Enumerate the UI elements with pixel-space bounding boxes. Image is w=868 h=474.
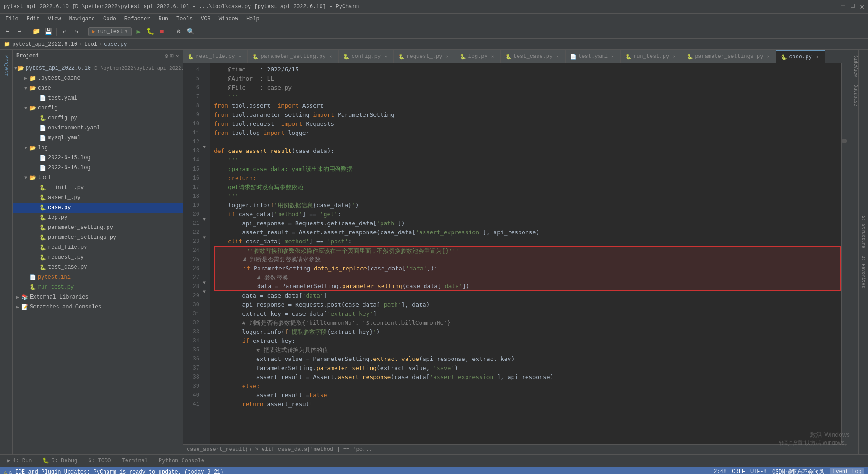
encoding[interactable]: UTF-8 <box>750 469 767 474</box>
structure-label[interactable]: 2: Structure <box>861 212 866 252</box>
code-editor[interactable]: @time : 2022/6/15 @Author : LL @File : c… <box>210 63 841 444</box>
tab-test-case[interactable]: 🐍 test_case.py ✕ <box>501 50 566 63</box>
tab-case-py[interactable]: 🐍 case.py ✕ <box>776 50 825 63</box>
tab-close-settings[interactable]: ✕ <box>765 53 771 60</box>
tree-item-param-settings[interactable]: ▶ 🐍 parameter_settings.py <box>13 232 183 242</box>
run-button[interactable]: ▶ <box>133 27 143 37</box>
tree-item-read-file[interactable]: ▶ 🐍 read_file.py <box>13 242 183 252</box>
tab-close-yaml[interactable]: ✕ <box>609 53 616 60</box>
menu-vcs[interactable]: VCS <box>197 15 214 23</box>
breadcrumb-folder[interactable]: tool <box>84 41 97 47</box>
tab-close-config[interactable]: ✕ <box>382 53 389 60</box>
tree-item-case-py[interactable]: ▶ 🐍 case.py <box>13 203 183 213</box>
code-line-10: from tool.request_ import Requests <box>214 119 841 128</box>
tree-item-ext-libs[interactable]: ▶ 📚 External Libraries <box>13 292 183 302</box>
tree-item-request[interactable]: ▶ 🐍 request_.py <box>13 252 183 262</box>
redo-button[interactable]: ↪ <box>71 27 81 37</box>
search-button[interactable]: 🔍 <box>185 27 195 37</box>
tree-item-assert[interactable]: ▶ 🐍 assert_.py <box>13 193 183 203</box>
tab-close-case[interactable]: ✕ <box>814 54 820 60</box>
tab-test-yaml[interactable]: 📄 test.yaml ✕ <box>566 50 621 63</box>
close-button[interactable]: ✕ <box>860 2 864 11</box>
run-tab[interactable]: ▶ 4: Run <box>2 455 37 466</box>
minimap-scrollbar[interactable] <box>841 63 847 444</box>
gear-icon[interactable]: ⚙ <box>165 52 169 60</box>
ini-icon: 📄 <box>29 274 36 281</box>
tree-item-log-folder[interactable]: ▼ 📂 log <box>13 143 183 153</box>
forward-button[interactable]: ➡ <box>14 27 24 37</box>
run-config-selector[interactable]: ▶ run_test ▼ <box>88 27 132 36</box>
breadcrumb-project[interactable]: pytest_api_2022.6.10 <box>12 41 77 47</box>
title-text: pytest_api_2022.6.10 [D:\python2022\pyte… <box>4 4 359 10</box>
title-bar: pytest_api_2022.6.10 [D:\python2022\pyte… <box>0 0 868 14</box>
todo-tab[interactable]: 6: TODO <box>83 456 116 466</box>
database-panel[interactable]: Database <box>847 81 858 110</box>
stop-button[interactable]: ■ <box>157 27 167 37</box>
undo-button[interactable]: ↩ <box>60 27 70 37</box>
line-separator[interactable]: CRLF <box>732 469 745 474</box>
breadcrumb-file[interactable]: case.py <box>104 41 127 47</box>
tab-config[interactable]: 🐍 config.py ✕ <box>339 50 394 63</box>
tree-item-case-folder[interactable]: ▼ 📂 case <box>13 83 183 93</box>
debug-tab[interactable]: 🐛 5: Debug <box>37 455 83 466</box>
tree-item-config-py[interactable]: ▶ 🐍 config.py <box>13 113 183 123</box>
menu-refactor[interactable]: Refactor <box>121 15 154 23</box>
back-button[interactable]: ⬅ <box>3 27 13 37</box>
close-icon[interactable]: ✕ <box>175 52 179 60</box>
project-panel-icon[interactable]: Project <box>2 53 11 78</box>
sideview-panel[interactable]: SideView <box>847 52 858 81</box>
expand-icon[interactable]: ⊞ <box>170 52 174 60</box>
tree-item-environment-yaml[interactable]: ▶ 📄 environment.yaml <box>13 123 183 133</box>
scratches-label: Scratches and Consoles <box>30 304 101 310</box>
menu-window[interactable]: Window <box>215 15 242 23</box>
menu-navigate[interactable]: Navigate <box>65 15 99 23</box>
tree-item-root[interactable]: ▼ 📂 pytest_api_2022.6.10 D:\python2022\p… <box>13 63 183 73</box>
tab-close-param[interactable]: ✕ <box>327 53 334 60</box>
tree-item-tool-folder[interactable]: ▼ 📂 tool <box>13 173 183 183</box>
menu-edit[interactable]: Edit <box>23 15 43 23</box>
tab-log[interactable]: 🐍 log.py ✕ <box>455 50 500 63</box>
menu-tools[interactable]: Tools <box>173 15 196 23</box>
tab-close-read-file[interactable]: ✕ <box>236 53 243 60</box>
tree-item-mysql-yaml[interactable]: ▶ 📄 mysql.yaml <box>13 133 183 143</box>
terminal-tab[interactable]: Terminal <box>116 456 153 466</box>
editor-content[interactable]: 4 5 6 7 8 9 10 11 12 13 14 15 16 17 18 1… <box>183 63 847 444</box>
tree-item-test-yaml[interactable]: ▶ 📄 test.yaml <box>13 93 183 103</box>
event-log[interactable]: Event Log <box>830 468 864 474</box>
tab-close-request[interactable]: ✕ <box>444 53 450 60</box>
tab-close-test[interactable]: ✕ <box>554 53 561 60</box>
tab-read-file[interactable]: 🐍 read_file.py ✕ <box>183 50 248 63</box>
open-button[interactable]: 📁 <box>31 27 41 37</box>
tree-item-run-test[interactable]: ▶ 🐍 run_test.py <box>13 282 183 292</box>
settings-button[interactable]: ⚙ <box>174 27 184 37</box>
tree-item-pytest-ini[interactable]: ▶ 📄 pytest.ini <box>13 272 183 282</box>
minimize-button[interactable]: ─ <box>841 2 845 11</box>
python-console-tab[interactable]: Python Console <box>153 456 210 466</box>
debug-button[interactable]: 🐛 <box>145 27 155 37</box>
tab-close-run[interactable]: ✕ <box>671 53 677 60</box>
tree-item-scratches[interactable]: ▶ 📝 Scratches and Consoles <box>13 302 183 312</box>
favorites-label[interactable]: 2: Favorites <box>861 252 866 292</box>
tree-item-log-py[interactable]: ▶ 🐍 log.py <box>13 213 183 223</box>
menu-view[interactable]: View <box>44 15 65 23</box>
folder-open-icon3: 📂 <box>29 144 36 152</box>
menu-file[interactable]: File <box>2 15 22 23</box>
tree-item-init[interactable]: ▶ 🐍 __init__.py <box>13 183 183 193</box>
tree-item-test-case[interactable]: ▶ 🐍 test_case.py <box>13 262 183 272</box>
tab-run-test[interactable]: 🐍 run_test.py ✕ <box>621 50 682 63</box>
tree-item-pytest-cache[interactable]: ▶ 📁 .pytest_cache <box>13 73 183 83</box>
tab-param-settings[interactable]: 🐍 parameter_settings.py ✕ <box>682 50 776 63</box>
tree-item-log-2[interactable]: ▶ 📄 2022-6-16.log <box>13 163 183 173</box>
menu-help[interactable]: Help <box>243 15 263 23</box>
python-icon2: 🐍 <box>39 184 46 191</box>
save-button[interactable]: 💾 <box>43 27 53 37</box>
tree-item-config-folder[interactable]: ▼ 📂 config <box>13 103 183 113</box>
tree-item-param-setting[interactable]: ▶ 🐍 parameter_setting.py <box>13 223 183 232</box>
tab-close-log[interactable]: ✕ <box>490 53 496 60</box>
maximize-button[interactable]: □ <box>851 2 854 11</box>
menu-run[interactable]: Run <box>155 15 172 23</box>
tree-item-log-1[interactable]: ▶ 📄 2022-6-15.log <box>13 153 183 163</box>
menu-code[interactable]: Code <box>99 15 120 23</box>
tab-parameter-setting[interactable]: 🐍 parameter_setting.py ✕ <box>248 50 339 63</box>
tab-request[interactable]: 🐍 request_.py ✕ <box>394 50 455 63</box>
